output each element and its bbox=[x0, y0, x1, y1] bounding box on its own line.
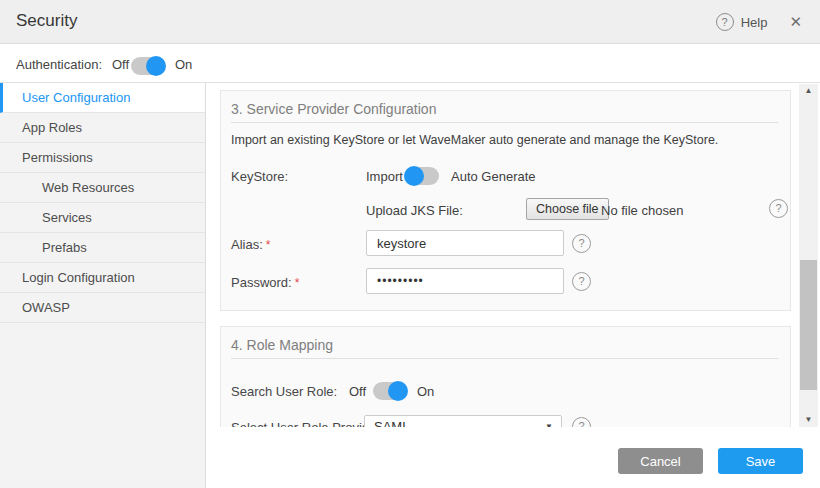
section-title: 3. Service Provider Configuration bbox=[231, 101, 436, 117]
divider bbox=[231, 122, 778, 123]
required-asterisk: * bbox=[295, 276, 300, 290]
sidebar-item-services[interactable]: Services bbox=[0, 203, 205, 233]
help-icon[interactable]: ? bbox=[716, 13, 734, 31]
sidebar-item-permissions[interactable]: Permissions bbox=[0, 143, 205, 173]
help-link[interactable]: Help bbox=[741, 15, 768, 30]
section-description: Import an existing KeyStore or let WaveM… bbox=[231, 133, 718, 147]
keystore-auto-generate-label: Auto Generate bbox=[451, 169, 536, 184]
save-button[interactable]: Save bbox=[718, 448, 803, 474]
required-asterisk: * bbox=[266, 238, 271, 252]
password-input[interactable] bbox=[366, 268, 564, 294]
authentication-bar: Authentication: Off On bbox=[0, 44, 820, 83]
sidebar-item-user-configuration[interactable]: User Configuration bbox=[0, 83, 205, 113]
alias-label: Alias:* bbox=[231, 237, 270, 252]
keystore-label: KeyStore: bbox=[231, 169, 288, 184]
sidebar-item-login-configuration[interactable]: Login Configuration bbox=[0, 263, 205, 293]
password-label: Password:* bbox=[231, 275, 299, 290]
search-user-role-label: Search User Role: bbox=[231, 384, 337, 399]
alias-label-text: Alias: bbox=[231, 237, 263, 252]
scroll-down-icon[interactable]: ▼ bbox=[799, 413, 818, 427]
sidebar: User Configuration App Roles Permissions… bbox=[0, 83, 206, 488]
scrollbar-thumb[interactable] bbox=[800, 260, 817, 390]
title-bar-actions: ? Help ✕ bbox=[716, 0, 804, 44]
close-icon[interactable]: ✕ bbox=[787, 11, 804, 33]
password-help-icon[interactable]: ? bbox=[572, 272, 591, 291]
keystore-toggle[interactable] bbox=[405, 167, 439, 185]
page-title: Security bbox=[16, 11, 77, 31]
authentication-label: Authentication: bbox=[16, 57, 102, 72]
password-label-text: Password: bbox=[231, 275, 292, 290]
toggle-knob bbox=[146, 56, 166, 76]
upload-help-icon[interactable]: ? bbox=[769, 199, 788, 218]
search-on-label: On bbox=[417, 384, 434, 399]
service-provider-section: 3. Service Provider Configuration Import… bbox=[220, 90, 791, 311]
search-user-role-toggle[interactable] bbox=[373, 382, 407, 400]
authentication-off-label: Off bbox=[112, 57, 129, 72]
title-bar: Security ? Help ✕ bbox=[0, 0, 820, 44]
file-status-text: No file chosen bbox=[601, 203, 683, 218]
sidebar-item-owasp[interactable]: OWASP bbox=[0, 293, 205, 323]
upload-jks-label: Upload JKS File: bbox=[366, 203, 463, 218]
sidebar-item-prefabs[interactable]: Prefabs bbox=[0, 233, 205, 263]
sidebar-item-app-roles[interactable]: App Roles bbox=[0, 113, 205, 143]
vertical-scrollbar[interactable]: ▲ ▼ bbox=[799, 84, 818, 427]
toggle-knob bbox=[388, 381, 408, 401]
alias-help-icon[interactable]: ? bbox=[572, 234, 591, 253]
divider bbox=[231, 358, 778, 359]
authentication-on-label: On bbox=[175, 57, 192, 72]
cancel-button[interactable]: Cancel bbox=[618, 448, 703, 474]
security-dialog: Security ? Help ✕ Authentication: Off On… bbox=[0, 0, 820, 488]
toggle-knob bbox=[404, 166, 424, 186]
authentication-toggle[interactable] bbox=[131, 57, 165, 75]
sidebar-item-web-resources[interactable]: Web Resources bbox=[0, 173, 205, 203]
scroll-up-icon[interactable]: ▲ bbox=[799, 84, 818, 98]
footer-bar: Cancel Save bbox=[206, 427, 820, 488]
section-title: 4. Role Mapping bbox=[231, 337, 333, 353]
alias-input[interactable] bbox=[366, 230, 564, 256]
choose-file-button[interactable]: Choose file bbox=[526, 198, 609, 220]
search-off-label: Off bbox=[349, 384, 366, 399]
keystore-import-label: Import bbox=[366, 169, 403, 184]
